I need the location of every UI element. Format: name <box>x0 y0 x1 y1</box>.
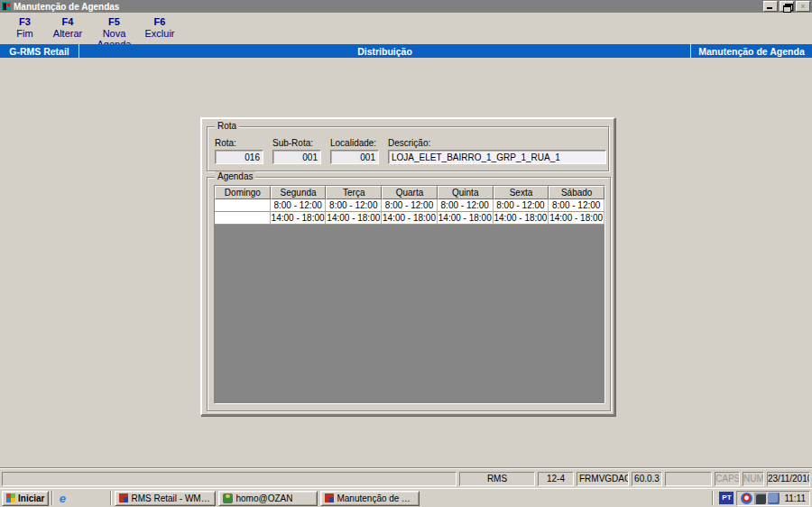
module-title: Distribuição <box>79 44 690 58</box>
status-record-cell: 12-4 <box>538 472 574 486</box>
agenda-header-row: Domingo Segunda Terça Quarta Quinta Sext… <box>215 186 604 199</box>
tray-app-icon-1[interactable] <box>741 493 752 504</box>
agenda-cell[interactable]: 14:00 - 18:00 <box>271 212 327 225</box>
session-user-icon <box>223 493 233 503</box>
toolbar-item-fim[interactable]: F3 Fim <box>5 16 45 41</box>
agenda-cell[interactable] <box>215 212 271 225</box>
agendas-groupbox: Agendas Domingo Segunda Terça Quarta Qui… <box>207 177 611 411</box>
fkey-label: F4 <box>47 16 88 27</box>
internet-explorer-icon[interactable]: e <box>56 492 69 505</box>
agenda-cell[interactable]: 8:00 - 12:00 <box>438 199 494 212</box>
status-version-cell: 60.0.3 <box>632 472 662 486</box>
window-title: Manutenção de Agendas <box>14 2 761 12</box>
language-indicator[interactable]: PT <box>719 492 734 504</box>
task-label: RMS Retail - WMS / LOGI... <box>131 493 211 503</box>
brand-label: G-RMS Retail <box>0 44 79 58</box>
agenda-cell[interactable]: 8:00 - 12:00 <box>382 199 438 212</box>
fkey-label: F5 <box>85 16 143 27</box>
col-header: Terça <box>326 186 382 199</box>
agenda-row: 14:00 - 18:00 14:00 - 18:00 14:00 - 18:0… <box>215 212 604 225</box>
descricao-field[interactable] <box>388 150 606 164</box>
title-bar: Manutenção de Agendas × <box>0 0 812 13</box>
agenda-row: 8:00 - 12:00 8:00 - 12:00 8:00 - 12:00 8… <box>215 199 604 212</box>
action-label: Fim <box>5 28 45 39</box>
fkey-label: F6 <box>138 16 181 27</box>
task-button-rms-retail[interactable]: RMS Retail - WMS / LOGI... <box>115 491 216 506</box>
screen-title: Manutenção de Agenda <box>690 44 812 58</box>
task-label: Manutenção de Agendas <box>337 493 415 503</box>
minimize-icon[interactable] <box>763 1 778 12</box>
agenda-cell[interactable]: 8:00 - 12:00 <box>271 199 327 212</box>
tray-console-icon[interactable] <box>754 493 766 504</box>
task-button-manutencao-agendas[interactable]: Manutenção de Agendas <box>320 491 420 506</box>
col-header: Quarta <box>382 186 438 199</box>
localidade-field[interactable] <box>330 150 379 164</box>
descricao-label: Descrição: <box>388 138 430 148</box>
agenda-cell[interactable]: 14:00 - 18:00 <box>549 212 604 225</box>
screen: Manutenção de Agendas × F3 Fim F4 Altera… <box>0 0 812 507</box>
taskbar-divider <box>110 491 112 505</box>
agenda-cell[interactable]: 8:00 - 12:00 <box>549 199 604 212</box>
form-panel: Rota Rota: Sub-Rota: Localidade: Descriç… <box>200 117 615 416</box>
status-system-cell: RMS <box>459 472 535 486</box>
col-header: Sábado <box>549 186 604 199</box>
toolbar-item-nova-agenda[interactable]: F5 Nova Agenda <box>85 16 143 41</box>
tray-divider <box>712 491 714 505</box>
status-num-indicator: NUM <box>743 472 764 486</box>
agenda-cell[interactable]: 8:00 - 12:00 <box>326 199 382 212</box>
rms-app-icon <box>325 493 334 502</box>
rota-label: Rota: <box>215 138 236 148</box>
restore-icon[interactable] <box>780 1 794 12</box>
rms-app-icon <box>119 493 128 502</box>
start-label: Iniciar <box>18 493 44 503</box>
app-header-bar: G-RMS Retail Distribuição Manutenção de … <box>0 44 812 58</box>
col-header: Sexta <box>494 186 549 199</box>
close-icon[interactable]: × <box>796 1 810 12</box>
localidade-label: Localidade: <box>330 138 376 148</box>
action-label: Alterar <box>47 28 88 39</box>
rota-groupbox: Rota Rota: Sub-Rota: Localidade: Descriç… <box>207 126 609 171</box>
fkey-label: F3 <box>5 16 45 27</box>
app-icon <box>2 2 11 11</box>
taskbar: Iniciar e RMS Retail - WMS / LOGI... hom… <box>0 488 812 507</box>
taskbar-divider <box>51 491 53 505</box>
rota-field[interactable] <box>215 150 263 164</box>
tray-network-icon[interactable] <box>768 493 780 504</box>
col-header: Segunda <box>271 186 327 199</box>
action-label: Excluir <box>138 28 181 39</box>
status-caps-indicator: CAPS <box>715 472 740 486</box>
status-message-cell <box>2 472 457 486</box>
agenda-cell[interactable]: 14:00 - 18:00 <box>494 212 549 225</box>
subrota-field[interactable] <box>272 150 321 164</box>
toolbar-item-alterar[interactable]: F4 Alterar <box>47 16 88 41</box>
agenda-cell[interactable]: 14:00 - 18:00 <box>438 212 494 225</box>
task-button-homo-ozan[interactable]: homo@OZAN <box>218 491 318 506</box>
agenda-cell[interactable]: 14:00 - 18:00 <box>382 212 438 225</box>
subrota-label: Sub-Rota: <box>272 138 313 148</box>
agenda-cell[interactable]: 8:00 - 12:00 <box>494 199 549 212</box>
status-bar: RMS 12-4 FRMVGDAGDRT 60.0.3 CAPS NUM 23/… <box>0 468 812 488</box>
status-date-cell: 23/11/2010 <box>767 472 810 486</box>
tray-panel: 11:11 <box>736 491 810 506</box>
system-tray: PT 11:11 <box>709 491 810 506</box>
clock: 11:11 <box>784 493 806 503</box>
agenda-cell[interactable]: 14:00 - 18:00 <box>326 212 382 225</box>
start-button[interactable]: Iniciar <box>2 491 49 506</box>
agendas-group-label: Agendas <box>215 171 255 181</box>
status-formname-cell: FRMVGDAGDRT <box>577 472 629 486</box>
status-empty-cell <box>665 472 712 486</box>
function-toolbar: F3 Fim F4 Alterar F5 Nova Agenda F6 Excl… <box>0 13 812 44</box>
col-header: Quinta <box>438 186 494 199</box>
rota-group-label: Rota <box>215 121 239 131</box>
task-label: homo@OZAN <box>235 493 292 503</box>
agenda-table: Domingo Segunda Terça Quarta Quinta Sext… <box>214 185 605 404</box>
windows-logo-icon <box>6 493 15 502</box>
toolbar-item-excluir[interactable]: F6 Excluir <box>138 16 181 41</box>
agenda-cell[interactable] <box>215 199 271 212</box>
col-header: Domingo <box>215 186 271 199</box>
